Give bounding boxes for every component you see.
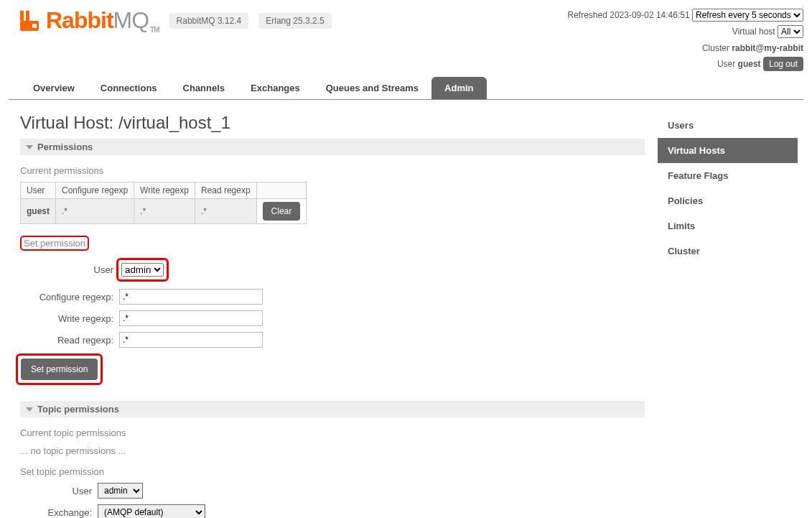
- svg-rect-3: [32, 24, 37, 28]
- topic-user-select[interactable]: admin: [98, 483, 143, 499]
- set-perm-conf-label: Configure regexp:: [20, 292, 113, 302]
- set-perm-read-input[interactable]: [119, 332, 263, 348]
- main-nav: Overview Connections Channels Exchanges …: [9, 77, 803, 100]
- sidebar-item-vhosts[interactable]: Virtual Hosts: [658, 138, 798, 163]
- sidebar-item-users[interactable]: Users: [658, 113, 798, 138]
- tab-exchanges[interactable]: Exchanges: [238, 77, 313, 99]
- section-permissions-toggle[interactable]: Permissions: [20, 139, 645, 155]
- table-row: guest .* .* .* Clear: [21, 199, 307, 224]
- topic-exchange-label: Exchange:: [20, 507, 92, 518]
- tab-connections[interactable]: Connections: [88, 77, 170, 99]
- set-permission-button[interactable]: Set permission: [21, 359, 98, 380]
- set-perm-write-input[interactable]: [119, 310, 263, 326]
- cluster-label: Cluster: [702, 43, 729, 53]
- user-label: User: [717, 59, 735, 69]
- tab-queues[interactable]: Queues and Streams: [313, 77, 431, 99]
- sidebar-item-cluster[interactable]: Cluster: [658, 239, 798, 264]
- refreshed-at: 2023-09-02 14:46:51: [610, 10, 689, 20]
- logo-text: RabbitMQTM: [46, 7, 159, 34]
- sidebar-item-feature-flags[interactable]: Feature Flags: [658, 163, 798, 188]
- vhost-label: Virtual host: [732, 27, 775, 37]
- page-title: Virtual Host: /virtual_host_1: [20, 113, 645, 133]
- clear-permission-button[interactable]: Clear: [263, 202, 301, 221]
- chevron-down-icon: [26, 407, 33, 412]
- admin-sidebar: Users Virtual Hosts Feature Flags Polici…: [658, 108, 798, 518]
- set-perm-user-label: User: [20, 264, 113, 275]
- refresh-interval-select[interactable]: Refresh every 5 seconds: [692, 9, 803, 22]
- sidebar-item-policies[interactable]: Policies: [658, 188, 798, 213]
- user-value: guest: [738, 59, 761, 69]
- th-configure: Configure regexp: [56, 182, 134, 199]
- topic-exchange-select[interactable]: (AMQP default): [98, 504, 205, 518]
- th-write: Write regexp: [134, 182, 195, 199]
- chevron-down-icon: [26, 145, 33, 149]
- svg-rect-1: [26, 11, 29, 21]
- erlang-version-badge: Erlang 25.3.2.5: [258, 13, 331, 29]
- th-read: Read regexp: [195, 182, 256, 199]
- section-topic-permissions-toggle[interactable]: Topic permissions: [20, 401, 645, 417]
- current-permissions-heading: Current permissions: [20, 165, 645, 176]
- set-perm-read-label: Read regexp:: [20, 335, 113, 346]
- permissions-table: User Configure regexp Write regexp Read …: [20, 182, 307, 224]
- th-user: User: [21, 182, 56, 199]
- cluster-value: rabbit@my-rabbit: [732, 43, 803, 53]
- logout-button[interactable]: Log out: [763, 57, 803, 71]
- current-topic-permissions-heading: Current topic permissions: [20, 427, 645, 438]
- rabbitmq-logo-icon: [20, 11, 39, 31]
- topic-user-label: User: [20, 486, 92, 496]
- set-perm-write-label: Write regexp:: [20, 313, 113, 324]
- tab-overview[interactable]: Overview: [20, 77, 88, 99]
- svg-rect-0: [20, 11, 24, 21]
- set-topic-permission-heading: Set topic permission: [20, 466, 645, 477]
- no-topic-permissions: ... no topic permissions ...: [20, 445, 645, 456]
- set-perm-conf-input[interactable]: [119, 289, 263, 305]
- tab-channels[interactable]: Channels: [170, 77, 238, 99]
- set-perm-user-select[interactable]: admin: [121, 263, 164, 277]
- rabbitmq-version-badge: RabbitMQ 3.12.4: [169, 13, 249, 29]
- refreshed-label: Refreshed: [568, 10, 607, 20]
- tab-admin[interactable]: Admin: [431, 77, 486, 99]
- sidebar-item-limits[interactable]: Limits: [658, 213, 798, 239]
- vhost-select[interactable]: All: [778, 25, 803, 38]
- set-permission-heading: Set permission: [20, 236, 89, 251]
